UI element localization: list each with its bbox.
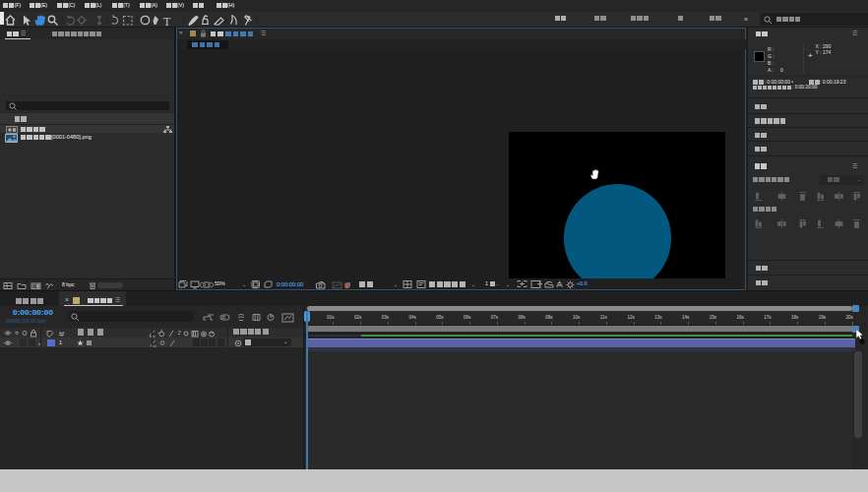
svg-text:T: T xyxy=(163,14,171,28)
